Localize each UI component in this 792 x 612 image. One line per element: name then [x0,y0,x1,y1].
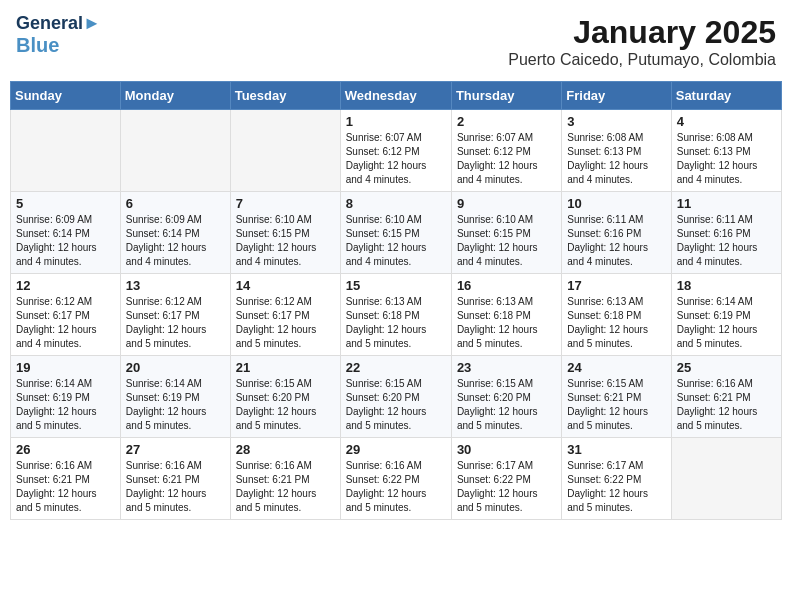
calendar-cell: 4Sunrise: 6:08 AM Sunset: 6:13 PM Daylig… [671,110,781,192]
calendar-cell: 5Sunrise: 6:09 AM Sunset: 6:14 PM Daylig… [11,192,121,274]
day-info: Sunrise: 6:12 AM Sunset: 6:17 PM Dayligh… [16,295,115,351]
calendar-header-row: SundayMondayTuesdayWednesdayThursdayFrid… [11,82,782,110]
weekday-header-friday: Friday [562,82,671,110]
calendar-cell: 26Sunrise: 6:16 AM Sunset: 6:21 PM Dayli… [11,438,121,520]
day-info: Sunrise: 6:11 AM Sunset: 6:16 PM Dayligh… [677,213,776,269]
calendar-cell: 25Sunrise: 6:16 AM Sunset: 6:21 PM Dayli… [671,356,781,438]
day-number: 13 [126,278,225,293]
day-info: Sunrise: 6:09 AM Sunset: 6:14 PM Dayligh… [126,213,225,269]
logo: General► Blue [16,14,101,56]
calendar-cell [230,110,340,192]
day-number: 16 [457,278,556,293]
calendar-title: January 2025 [508,14,776,51]
calendar-cell: 21Sunrise: 6:15 AM Sunset: 6:20 PM Dayli… [230,356,340,438]
day-number: 25 [677,360,776,375]
day-number: 30 [457,442,556,457]
day-info: Sunrise: 6:11 AM Sunset: 6:16 PM Dayligh… [567,213,665,269]
calendar-cell: 28Sunrise: 6:16 AM Sunset: 6:21 PM Dayli… [230,438,340,520]
calendar-cell: 17Sunrise: 6:13 AM Sunset: 6:18 PM Dayli… [562,274,671,356]
day-info: Sunrise: 6:13 AM Sunset: 6:18 PM Dayligh… [457,295,556,351]
day-number: 19 [16,360,115,375]
day-info: Sunrise: 6:13 AM Sunset: 6:18 PM Dayligh… [567,295,665,351]
calendar-table: SundayMondayTuesdayWednesdayThursdayFrid… [10,81,782,520]
day-number: 26 [16,442,115,457]
calendar-cell: 27Sunrise: 6:16 AM Sunset: 6:21 PM Dayli… [120,438,230,520]
logo-text-general: General► [16,14,101,34]
calendar-cell [671,438,781,520]
day-number: 31 [567,442,665,457]
day-number: 14 [236,278,335,293]
day-info: Sunrise: 6:10 AM Sunset: 6:15 PM Dayligh… [236,213,335,269]
calendar-cell: 11Sunrise: 6:11 AM Sunset: 6:16 PM Dayli… [671,192,781,274]
day-info: Sunrise: 6:15 AM Sunset: 6:21 PM Dayligh… [567,377,665,433]
day-info: Sunrise: 6:15 AM Sunset: 6:20 PM Dayligh… [346,377,446,433]
day-number: 9 [457,196,556,211]
day-number: 15 [346,278,446,293]
calendar-cell: 10Sunrise: 6:11 AM Sunset: 6:16 PM Dayli… [562,192,671,274]
calendar-week-row: 5Sunrise: 6:09 AM Sunset: 6:14 PM Daylig… [11,192,782,274]
page-header: General► Blue January 2025 Puerto Caiced… [10,10,782,73]
weekday-header-sunday: Sunday [11,82,121,110]
day-info: Sunrise: 6:14 AM Sunset: 6:19 PM Dayligh… [677,295,776,351]
calendar-week-row: 12Sunrise: 6:12 AM Sunset: 6:17 PM Dayli… [11,274,782,356]
day-info: Sunrise: 6:15 AM Sunset: 6:20 PM Dayligh… [457,377,556,433]
calendar-week-row: 19Sunrise: 6:14 AM Sunset: 6:19 PM Dayli… [11,356,782,438]
day-info: Sunrise: 6:10 AM Sunset: 6:15 PM Dayligh… [346,213,446,269]
day-info: Sunrise: 6:07 AM Sunset: 6:12 PM Dayligh… [457,131,556,187]
day-number: 4 [677,114,776,129]
calendar-cell [120,110,230,192]
day-number: 22 [346,360,446,375]
day-number: 27 [126,442,225,457]
day-number: 17 [567,278,665,293]
calendar-week-row: 26Sunrise: 6:16 AM Sunset: 6:21 PM Dayli… [11,438,782,520]
calendar-cell: 30Sunrise: 6:17 AM Sunset: 6:22 PM Dayli… [451,438,561,520]
day-number: 1 [346,114,446,129]
calendar-cell: 16Sunrise: 6:13 AM Sunset: 6:18 PM Dayli… [451,274,561,356]
day-number: 10 [567,196,665,211]
day-info: Sunrise: 6:16 AM Sunset: 6:21 PM Dayligh… [126,459,225,515]
day-info: Sunrise: 6:16 AM Sunset: 6:22 PM Dayligh… [346,459,446,515]
day-info: Sunrise: 6:13 AM Sunset: 6:18 PM Dayligh… [346,295,446,351]
calendar-cell: 8Sunrise: 6:10 AM Sunset: 6:15 PM Daylig… [340,192,451,274]
calendar-cell: 6Sunrise: 6:09 AM Sunset: 6:14 PM Daylig… [120,192,230,274]
day-info: Sunrise: 6:12 AM Sunset: 6:17 PM Dayligh… [236,295,335,351]
day-number: 18 [677,278,776,293]
day-number: 29 [346,442,446,457]
day-number: 21 [236,360,335,375]
day-info: Sunrise: 6:08 AM Sunset: 6:13 PM Dayligh… [677,131,776,187]
calendar-subtitle: Puerto Caicedo, Putumayo, Colombia [508,51,776,69]
calendar-cell: 31Sunrise: 6:17 AM Sunset: 6:22 PM Dayli… [562,438,671,520]
day-number: 8 [346,196,446,211]
calendar-cell: 18Sunrise: 6:14 AM Sunset: 6:19 PM Dayli… [671,274,781,356]
calendar-cell: 29Sunrise: 6:16 AM Sunset: 6:22 PM Dayli… [340,438,451,520]
weekday-header-thursday: Thursday [451,82,561,110]
day-info: Sunrise: 6:16 AM Sunset: 6:21 PM Dayligh… [16,459,115,515]
day-info: Sunrise: 6:16 AM Sunset: 6:21 PM Dayligh… [677,377,776,433]
day-number: 2 [457,114,556,129]
day-info: Sunrise: 6:14 AM Sunset: 6:19 PM Dayligh… [16,377,115,433]
calendar-cell: 22Sunrise: 6:15 AM Sunset: 6:20 PM Dayli… [340,356,451,438]
day-info: Sunrise: 6:12 AM Sunset: 6:17 PM Dayligh… [126,295,225,351]
calendar-cell: 1Sunrise: 6:07 AM Sunset: 6:12 PM Daylig… [340,110,451,192]
day-info: Sunrise: 6:08 AM Sunset: 6:13 PM Dayligh… [567,131,665,187]
day-number: 20 [126,360,225,375]
day-info: Sunrise: 6:10 AM Sunset: 6:15 PM Dayligh… [457,213,556,269]
calendar-cell: 23Sunrise: 6:15 AM Sunset: 6:20 PM Dayli… [451,356,561,438]
calendar-cell: 7Sunrise: 6:10 AM Sunset: 6:15 PM Daylig… [230,192,340,274]
calendar-cell: 19Sunrise: 6:14 AM Sunset: 6:19 PM Dayli… [11,356,121,438]
day-number: 12 [16,278,115,293]
calendar-cell: 20Sunrise: 6:14 AM Sunset: 6:19 PM Dayli… [120,356,230,438]
day-info: Sunrise: 6:15 AM Sunset: 6:20 PM Dayligh… [236,377,335,433]
calendar-cell: 13Sunrise: 6:12 AM Sunset: 6:17 PM Dayli… [120,274,230,356]
calendar-cell [11,110,121,192]
logo-text-blue: Blue [16,34,59,56]
weekday-header-tuesday: Tuesday [230,82,340,110]
weekday-header-saturday: Saturday [671,82,781,110]
day-number: 3 [567,114,665,129]
day-number: 24 [567,360,665,375]
day-info: Sunrise: 6:14 AM Sunset: 6:19 PM Dayligh… [126,377,225,433]
day-info: Sunrise: 6:17 AM Sunset: 6:22 PM Dayligh… [567,459,665,515]
calendar-cell: 24Sunrise: 6:15 AM Sunset: 6:21 PM Dayli… [562,356,671,438]
title-block: January 2025 Puerto Caicedo, Putumayo, C… [508,14,776,69]
day-number: 28 [236,442,335,457]
